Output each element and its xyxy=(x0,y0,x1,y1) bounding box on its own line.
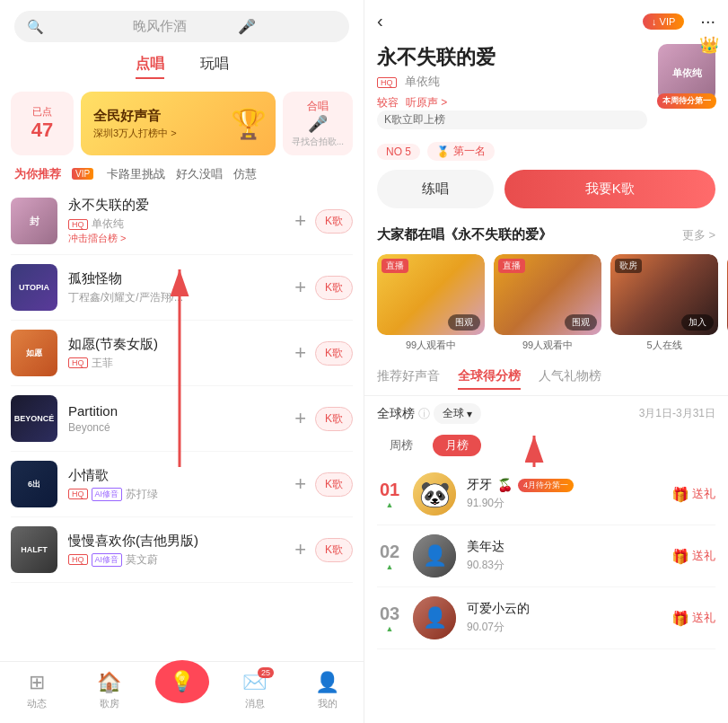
gift-icon: 🎁 xyxy=(671,610,689,627)
bottom-nav: ⊞ 动态 🏠 歌房 💡 ✉️ 25 消息 👤 我的 xyxy=(0,661,364,723)
tab-dian[interactable]: 点唱 xyxy=(136,55,164,79)
tab-popular-gift[interactable]: 人气礼物榜 xyxy=(539,368,601,390)
tab-week[interactable]: 周榜 xyxy=(377,435,425,456)
k-song-button[interactable]: K歌 xyxy=(315,276,353,300)
song-actions: + K歌 xyxy=(294,538,353,562)
k-song-main-button[interactable]: 我要K歌 xyxy=(504,170,715,208)
song-name: 孤独怪物 xyxy=(68,270,284,287)
k-song-button[interactable]: K歌 xyxy=(315,341,353,366)
add-button[interactable]: + xyxy=(294,209,306,233)
tab-month[interactable]: 月榜 xyxy=(433,435,481,456)
add-button[interactable]: + xyxy=(294,472,306,496)
live-card[interactable]: 直播 围观 99人观看中 xyxy=(377,254,485,352)
tag-long-time[interactable]: 好久没唱 xyxy=(176,166,223,182)
song-info: 慢慢喜欢你(吉他男版) HQ AI修音 莫文蔚 xyxy=(68,533,284,568)
vip-button[interactable]: ↓ VIP xyxy=(643,13,684,30)
ai-badge: AI修音 xyxy=(92,553,123,567)
tag-original[interactable]: 听原声 > xyxy=(406,95,447,110)
song-artist: Beyoncé xyxy=(68,421,284,434)
song-item[interactable]: BEYONCÉ Partition Beyoncé + K歌 xyxy=(11,386,353,452)
search-bar[interactable]: 🔍 晚风作酒 🎤 xyxy=(14,11,349,42)
gift-button[interactable]: 🎁 送礼 xyxy=(671,486,715,503)
gold-badge: 🥇 第一名 xyxy=(427,142,495,161)
artist-name: 单依纯 xyxy=(92,216,124,232)
nav-home-label: 动态 xyxy=(27,697,47,710)
artist-name: 苏打绿 xyxy=(126,487,158,502)
rp-header: ‹ ↓ VIP ··· xyxy=(364,0,728,39)
already-queued-banner[interactable]: 已点 47 xyxy=(11,92,74,155)
tab-wan[interactable]: 玩唱 xyxy=(200,55,229,79)
rank-item[interactable]: 01 ▲ 🐼 牙牙 🍒 4月待分第一 91.90分 🎁 送礼 xyxy=(377,463,715,525)
song-artist: HQ 单依纯 xyxy=(68,216,284,232)
live-card[interactable]: 直播 围观 99人观看中 xyxy=(494,254,601,352)
back-button[interactable]: ‹ xyxy=(377,11,383,31)
gift-button[interactable]: 🎁 送礼 xyxy=(671,548,715,565)
k-song-button[interactable]: K歌 xyxy=(315,472,353,497)
nav-home[interactable]: ⊞ 动态 xyxy=(10,671,64,710)
nav-record[interactable]: 💡 xyxy=(155,660,209,703)
gold-label: 第一名 xyxy=(453,144,486,159)
song-item[interactable]: 6出 小情歌 HQ AI修音 苏打绿 + K歌 xyxy=(11,452,353,517)
nav-room[interactable]: 🏠 歌房 xyxy=(83,671,136,710)
tag-easy[interactable]: 较容 xyxy=(377,95,399,110)
live-more-link[interactable]: 更多 > xyxy=(682,227,715,243)
card-action-2[interactable]: 加入 xyxy=(681,314,714,331)
add-button[interactable]: + xyxy=(294,276,306,299)
artist-name: 丁程鑫/刘耀文/严浩翔/... xyxy=(68,290,183,305)
rank-name: 美年达 xyxy=(467,539,661,555)
k-song-button[interactable]: K歌 xyxy=(315,538,353,562)
tab-global-score[interactable]: 全球得分榜 xyxy=(458,368,521,390)
practice-button[interactable]: 练唱 xyxy=(377,170,494,208)
region-button[interactable]: 全球 ▾ xyxy=(434,403,481,424)
add-button[interactable]: + xyxy=(294,407,306,430)
mic-icon[interactable]: 🎤 xyxy=(238,18,337,35)
song-item[interactable]: 封 永不失联的爱 HQ 单依纯 冲击擂台榜 > + K歌 xyxy=(11,188,353,255)
info-icon[interactable]: ⓘ xyxy=(418,406,430,422)
gift-label: 送礼 xyxy=(692,610,715,626)
card-action-1[interactable]: 围观 xyxy=(565,314,597,331)
tag-recommend[interactable]: 为你推荐 xyxy=(14,166,61,182)
song-info: 如愿(节奏女版) HQ 王菲 xyxy=(68,336,284,371)
more-button[interactable]: ··· xyxy=(700,11,715,31)
live-section-header: 大家都在唱《永不失联的爱》 更多 > xyxy=(364,219,728,251)
add-button[interactable]: + xyxy=(294,538,306,561)
card-action-0[interactable]: 围观 xyxy=(448,314,480,331)
live-cards: 直播 围观 99人观看中 直播 围观 99人观看中 歌房 加入 5人在线 歌房 xyxy=(364,251,728,363)
gift-icon: 🎁 xyxy=(671,486,689,503)
song-item[interactable]: UTOPIA 孤独怪物 丁程鑫/刘耀文/严浩翔/... + K歌 xyxy=(11,255,353,321)
rank-trend: ▲ xyxy=(377,562,402,571)
duet-label: 合唱 xyxy=(307,99,329,114)
message-badge: 25 xyxy=(258,667,274,678)
rank-list: 01 ▲ 🐼 牙牙 🍒 4月待分第一 91.90分 🎁 送礼 xyxy=(364,463,728,723)
song-item[interactable]: HALFT 慢慢喜欢你(吉他男版) HQ AI修音 莫文蔚 + K歌 xyxy=(11,517,353,583)
k-song-button[interactable]: K歌 xyxy=(315,209,353,234)
tag-vip[interactable]: VIP xyxy=(72,166,96,182)
live-card[interactable]: 歌房 加入 5人在线 xyxy=(610,254,718,352)
song-thumb: 如愿 xyxy=(11,330,57,376)
tag-calories[interactable]: 卡路里挑战 xyxy=(107,166,165,182)
song-item[interactable]: 如愿 如愿(节奏女版) HQ 王菲 + K歌 xyxy=(11,321,353,386)
hq-badge: HQ xyxy=(68,489,88,499)
nav-profile[interactable]: 👤 我的 xyxy=(301,671,355,710)
tag-similar[interactable]: 仿慧 xyxy=(233,166,257,182)
k-badge: K歌立即上榜 xyxy=(377,110,647,129)
rank-info: 牙牙 🍒 4月待分第一 91.90分 xyxy=(467,477,661,511)
duet-banner[interactable]: 合唱 🎤 寻找合拍歌... xyxy=(283,92,353,155)
hq-badge: HQ xyxy=(68,357,88,368)
rank-item[interactable]: 03 ▲ 👤 可爱小云的 90.07分 🎁 送礼 xyxy=(377,587,715,649)
thumb-img: 如愿 xyxy=(11,330,57,376)
rank-num-text: 01 xyxy=(377,480,402,500)
k-song-button[interactable]: K歌 xyxy=(315,407,353,431)
week-badge: 本周待分第一 xyxy=(657,93,716,109)
hot-tag[interactable]: 冲击擂台榜 > xyxy=(68,232,284,245)
search-input[interactable]: 晚风作酒 xyxy=(133,18,232,35)
song-info: 永不失联的爱 HQ 单依纯 冲击擂台榜 > xyxy=(68,197,284,245)
tab-recommend-voice[interactable]: 推荐好声音 xyxy=(377,368,440,390)
gift-button[interactable]: 🎁 送礼 xyxy=(671,610,715,627)
voice-competition-banner[interactable]: 全民好声音 深圳3万人打榜中 > 🏆 xyxy=(81,92,276,155)
vip-badge: VIP xyxy=(72,168,93,180)
add-button[interactable]: + xyxy=(294,341,306,365)
nav-message[interactable]: ✉️ 25 消息 xyxy=(228,671,282,710)
song-info: Partition Beyoncé xyxy=(68,403,284,434)
rank-item[interactable]: 02 ▲ 👤 美年达 90.83分 🎁 送礼 xyxy=(377,525,715,587)
